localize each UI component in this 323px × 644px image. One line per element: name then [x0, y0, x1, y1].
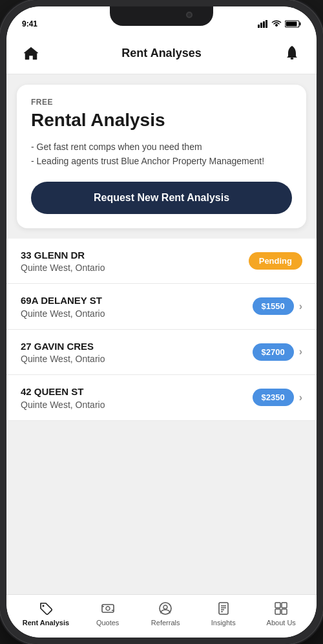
- property-city: Quinte West, Ontario: [21, 308, 105, 319]
- status-time: 9:41: [22, 19, 37, 28]
- svg-point-10: [106, 606, 110, 610]
- property-city: Quinte West, Ontario: [21, 400, 105, 410]
- property-status-area: Pending: [249, 252, 302, 270]
- notch: [110, 6, 213, 26]
- property-city: Quinte West, Ontario: [21, 263, 105, 273]
- property-address: 33 GLENN DR: [21, 249, 105, 262]
- money-icon: [99, 600, 116, 617]
- svg-rect-5: [300, 23, 301, 26]
- nav-item-insights[interactable]: Insights: [204, 600, 243, 627]
- property-item[interactable]: 33 GLENN DR Quinte West, Ontario Pending: [6, 239, 317, 284]
- notification-button[interactable]: [280, 41, 304, 65]
- grid-icon: [273, 600, 289, 617]
- request-analysis-button[interactable]: Request New Rent Analysis: [31, 182, 292, 214]
- price-badge: $1550: [253, 297, 294, 315]
- phone-device: 9:41: [0, 0, 323, 644]
- main-content: FREE Rental Analysis - Get fast rent com…: [6, 74, 317, 594]
- home-button[interactable]: [19, 41, 43, 65]
- nav-label-rent-analysis: Rent Analysis: [23, 619, 69, 627]
- svg-rect-2: [263, 21, 265, 28]
- property-info: 69A DELANEY ST Quinte West, Ontario: [21, 294, 105, 319]
- nav-item-referrals[interactable]: Referrals: [146, 600, 185, 627]
- promo-desc-line2: - Leading agents trust Blue Anchor Prope…: [31, 156, 264, 166]
- svg-rect-7: [290, 58, 293, 59]
- svg-rect-1: [260, 23, 262, 28]
- signal-icon: [258, 20, 268, 28]
- property-list: 33 GLENN DR Quinte West, Ontario Pending…: [6, 239, 317, 421]
- header-title: Rent Analyses: [121, 47, 201, 60]
- nav-item-quotes[interactable]: Quotes: [89, 600, 127, 627]
- svg-rect-6: [286, 22, 297, 27]
- nav-item-rent-analysis[interactable]: Rent Analysis: [23, 600, 69, 627]
- price-badge: $2700: [253, 343, 294, 361]
- document-icon: [215, 600, 232, 617]
- bottom-nav: Rent Analysis Quotes: [6, 594, 317, 638]
- property-address: 42 QUEEN ST: [21, 385, 105, 398]
- nav-item-about-us[interactable]: About Us: [262, 600, 300, 627]
- property-city: Quinte West, Ontario: [21, 354, 105, 364]
- promo-description: - Get fast rent comps when you need them…: [31, 140, 292, 169]
- property-info: 42 QUEEN ST Quinte West, Ontario: [21, 385, 105, 410]
- chevron-right-icon: ›: [299, 301, 302, 312]
- property-item[interactable]: 42 QUEEN ST Quinte West, Ontario $2350 ›: [6, 375, 317, 421]
- page-header: Rent Analyses: [6, 35, 317, 74]
- price-badge: $2350: [253, 389, 294, 406]
- property-address: 69A DELANEY ST: [21, 294, 105, 307]
- chevron-right-icon: ›: [299, 392, 302, 403]
- property-status-area: $1550 ›: [253, 297, 302, 315]
- promo-title: Rental Analysis: [31, 111, 292, 131]
- svg-rect-15: [219, 603, 228, 614]
- property-status-area: $2700 ›: [253, 343, 302, 361]
- property-item[interactable]: 27 GAVIN CRES Quinte West, Ontario $2700…: [6, 330, 317, 376]
- svg-rect-9: [102, 605, 114, 612]
- status-badge-pending: Pending: [249, 252, 302, 270]
- bell-icon: [284, 45, 300, 61]
- svg-point-8: [42, 605, 44, 606]
- svg-point-14: [163, 605, 167, 609]
- svg-rect-20: [275, 603, 280, 608]
- camera-dot: [186, 12, 193, 18]
- nav-label-quotes: Quotes: [96, 619, 119, 627]
- status-icons: [258, 20, 301, 28]
- promo-desc-line1: - Get fast rent comps when you need them: [31, 142, 202, 152]
- property-status-area: $2350 ›: [253, 389, 302, 406]
- promo-card: FREE Rental Analysis - Get fast rent com…: [17, 85, 306, 228]
- property-info: 27 GAVIN CRES Quinte West, Ontario: [21, 340, 105, 365]
- svg-rect-21: [282, 603, 287, 608]
- home-icon: [23, 45, 39, 61]
- person-circle-icon: [157, 600, 174, 617]
- battery-icon: [285, 20, 301, 28]
- svg-rect-22: [275, 609, 280, 614]
- svg-rect-23: [282, 609, 287, 614]
- promo-free-label: FREE: [31, 98, 292, 107]
- nav-label-about-us: About Us: [267, 619, 296, 627]
- wifi-icon: [271, 20, 282, 28]
- nav-label-insights: Insights: [211, 619, 236, 627]
- nav-label-referrals: Referrals: [151, 619, 180, 627]
- svg-rect-3: [266, 20, 267, 28]
- property-info: 33 GLENN DR Quinte West, Ontario: [21, 249, 105, 274]
- tag-icon: [37, 600, 54, 617]
- svg-rect-0: [258, 25, 260, 28]
- property-item[interactable]: 69A DELANEY ST Quinte West, Ontario $155…: [6, 284, 317, 330]
- chevron-right-icon: ›: [299, 346, 302, 358]
- phone-screen: 9:41: [6, 6, 317, 638]
- property-address: 27 GAVIN CRES: [21, 340, 105, 353]
